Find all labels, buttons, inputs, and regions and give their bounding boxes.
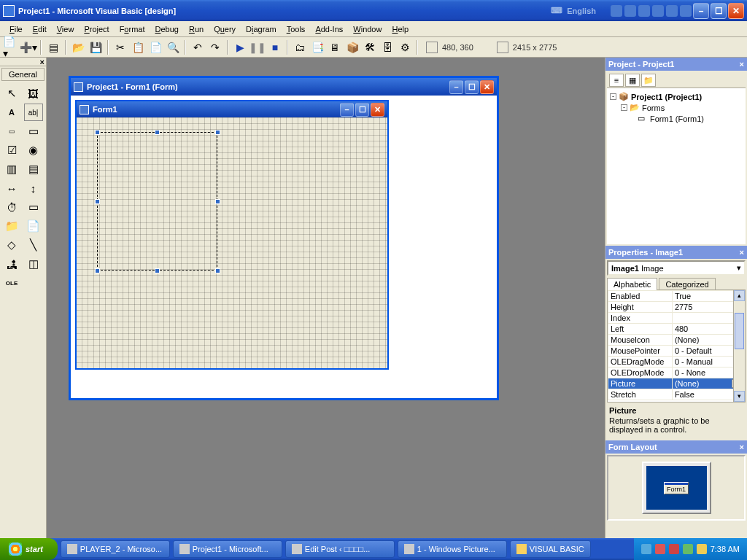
form1-window[interactable]: Form1 – ☐ ✕ <box>75 100 389 370</box>
property-row[interactable]: Index <box>608 313 745 324</box>
close-button[interactable]: ✕ <box>728 3 744 19</box>
menu-debug[interactable]: Debug <box>150 23 183 35</box>
component-button[interactable]: ⚙ <box>397 39 413 55</box>
hscrollbar-tool[interactable]: ↔ <box>2 179 21 197</box>
picturebox-tool[interactable]: 🖼 <box>24 85 43 102</box>
menu-view[interactable]: View <box>52 23 80 35</box>
clock[interactable]: 7:38 AM <box>711 545 740 553</box>
designer-maximize-button[interactable]: ☐ <box>465 80 479 94</box>
filelistbox-tool[interactable]: 📄 <box>24 217 43 235</box>
view-object-button[interactable]: ▦ <box>625 74 640 87</box>
scroll-down-icon[interactable]: ▾ <box>734 391 745 402</box>
menu-help[interactable]: Help <box>387 23 414 35</box>
open-button[interactable]: 📂 <box>70 39 86 55</box>
form1-titlebar[interactable]: Form1 – ☐ ✕ <box>77 101 387 117</box>
scroll-up-icon[interactable]: ▴ <box>734 290 745 301</box>
label-tool[interactable]: A <box>2 104 21 121</box>
designer-close-button[interactable]: ✕ <box>480 80 494 94</box>
data-view-button[interactable]: 🗄 <box>379 39 395 55</box>
textbox-tool[interactable]: ab| <box>24 104 43 121</box>
menu-format[interactable]: Format <box>115 23 150 35</box>
form1-minimize-button[interactable]: – <box>340 103 354 117</box>
taskbar-item[interactable]: VISUAL BASIC <box>510 540 591 558</box>
view-code-button[interactable]: ≡ <box>609 74 624 87</box>
property-row[interactable]: OLEDragMode0 - Manual <box>608 357 745 368</box>
properties-grid[interactable]: EnabledTrueHeight2775IndexLeft480MouseIc… <box>607 289 746 402</box>
form1-maximize-button[interactable]: ☐ <box>355 103 369 117</box>
tray-icon[interactable] <box>655 544 665 554</box>
pointer-tool[interactable]: ↖ <box>2 85 21 102</box>
menu-window[interactable]: Window <box>348 23 387 35</box>
property-row[interactable]: Picture(None)... <box>608 378 745 389</box>
run-button[interactable]: ▶ <box>232 39 248 55</box>
property-row[interactable]: EnabledTrue <box>608 291 745 302</box>
property-row[interactable]: OLEDropMode0 - None <box>608 368 745 378</box>
system-tray[interactable]: 7:38 AM <box>634 538 747 560</box>
tray-icon[interactable] <box>669 544 679 554</box>
expand-icon[interactable]: - <box>621 104 627 111</box>
new-project-button[interactable]: 📄▾ <box>3 39 19 55</box>
listbox-tool[interactable]: ▤ <box>24 160 43 178</box>
add-form-button[interactable]: ➕▾ <box>20 39 36 55</box>
line-tool[interactable]: ╲ <box>24 236 43 254</box>
dropdown-icon[interactable]: ▾ <box>737 263 741 273</box>
data-tool[interactable]: ◫ <box>24 255 43 273</box>
image-tool[interactable]: 🏞 <box>2 255 21 273</box>
resize-handle-nw[interactable] <box>95 130 100 135</box>
menu-file[interactable]: File <box>4 23 28 35</box>
paste-button[interactable]: 📄 <box>147 39 163 55</box>
menu-project[interactable]: Project <box>79 23 114 35</box>
designer-minimize-button[interactable]: – <box>449 80 463 94</box>
form-designer-window[interactable]: Project1 - Form1 (Form) – ☐ ✕ Form1 – ☐ … <box>69 76 499 400</box>
resize-handle-e[interactable] <box>215 199 220 204</box>
maximize-button[interactable]: ☐ <box>711 3 727 19</box>
project-explorer-button[interactable]: 🗂 <box>292 39 308 55</box>
tab-categorized[interactable]: Categorized <box>659 278 715 290</box>
language-indicator[interactable]: ⌨ English <box>551 6 596 15</box>
project-tree[interactable]: - 📦 Project1 (Project1) - 📂 Forms ▭ Form… <box>607 88 746 127</box>
copy-button[interactable]: 📋 <box>130 39 146 55</box>
menu-run[interactable]: Run <box>184 23 209 35</box>
menu-addins[interactable]: Add-Ins <box>310 23 348 35</box>
tab-alphabetic[interactable]: Alphabetic <box>607 278 657 290</box>
designer-titlebar[interactable]: Project1 - Form1 (Form) – ☐ ✕ <box>71 78 497 96</box>
properties-button[interactable]: 📑 <box>309 39 325 55</box>
properties-close-button[interactable]: × <box>740 248 744 257</box>
undo-button[interactable]: ↶ <box>190 39 206 55</box>
scroll-thumb[interactable] <box>735 313 744 349</box>
properties-panel-title[interactable]: Properties - Image1 × <box>605 246 747 259</box>
taskbar-item[interactable]: PLAYER_2 - Microso... <box>61 540 170 558</box>
combobox-tool[interactable]: ▥ <box>2 160 21 178</box>
tray-icon[interactable] <box>683 544 693 554</box>
commandbutton-tool[interactable]: ▭ <box>24 122 43 140</box>
toolbox-button[interactable]: 🛠 <box>362 39 378 55</box>
ole-tool[interactable]: OLE <box>2 274 21 292</box>
project-panel-title[interactable]: Project - Project1 × <box>605 58 747 71</box>
property-row[interactable]: Height2775 <box>608 302 745 313</box>
expand-icon[interactable]: - <box>610 93 616 100</box>
taskbar-item[interactable]: Edit Post ‹ □□□□... <box>285 540 395 558</box>
formlayout-body[interactable]: Form1 <box>607 455 746 521</box>
toggle-folders-button[interactable]: 📁 <box>641 74 656 87</box>
tree-folder-forms[interactable]: - 📂 Forms <box>610 102 743 113</box>
tree-root[interactable]: - 📦 Project1 (Project1) <box>610 91 743 102</box>
timer-tool[interactable]: ⏱ <box>2 198 21 216</box>
property-row[interactable]: StretchFalse <box>608 389 745 400</box>
taskbar-item[interactable]: 1 - Windows Picture... <box>398 540 507 558</box>
save-button[interactable]: 💾 <box>88 39 104 55</box>
property-row[interactable]: MouseIcon(None) <box>608 335 745 346</box>
mini-form-preview[interactable]: Form1 <box>664 482 689 494</box>
resize-handle-s[interactable] <box>155 268 160 273</box>
resize-handle-ne[interactable] <box>215 130 220 135</box>
cut-button[interactable]: ✂ <box>112 39 128 55</box>
menu-editor-button[interactable]: ▤ <box>45 39 61 55</box>
checkbox-tool[interactable]: ☑ <box>2 141 21 159</box>
image1-control[interactable] <box>97 132 217 271</box>
resize-handle-se[interactable] <box>215 268 220 273</box>
property-row[interactable]: MousePointer0 - Default <box>608 346 745 357</box>
taskbar-item[interactable]: Project1 - Microsoft... <box>173 540 282 558</box>
form-layout-button[interactable]: 🖥 <box>327 39 343 55</box>
formlayout-panel-title[interactable]: Form Layout × <box>605 440 747 454</box>
form-design-surface[interactable] <box>77 117 387 368</box>
optionbutton-tool[interactable]: ◉ <box>24 141 43 159</box>
